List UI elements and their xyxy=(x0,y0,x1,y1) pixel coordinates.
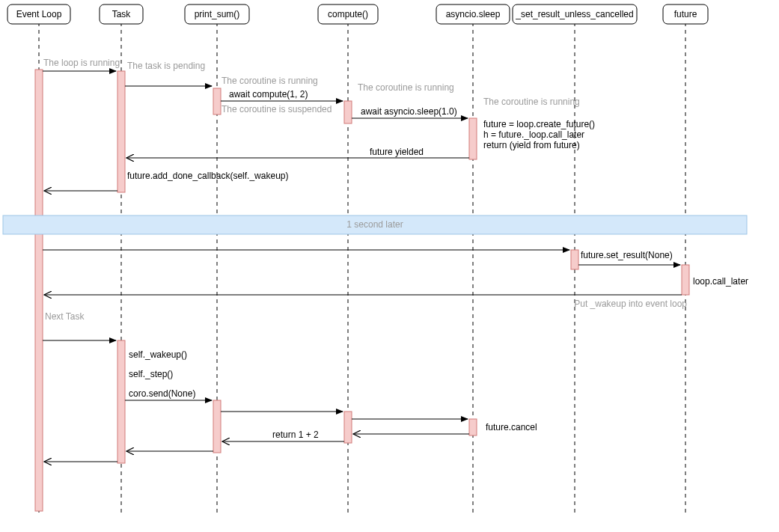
activation-asyncio-sleep-1 xyxy=(469,118,477,159)
msg-text-call-later-h: h = future._loop.call_later xyxy=(483,129,584,140)
svg-text:compute(): compute() xyxy=(328,9,368,19)
activation-compute-1 xyxy=(344,101,352,123)
svg-text:Event Loop: Event Loop xyxy=(16,9,62,19)
msg-text-coro-send: coro.send(None) xyxy=(129,388,195,399)
activation-set-result xyxy=(571,250,578,269)
activation-asyncio-sleep-2 xyxy=(469,419,477,435)
note-loop-running: The loop is running xyxy=(43,58,120,68)
activation-task-1 xyxy=(117,71,125,192)
note-task-pending: The task is pending xyxy=(127,61,205,71)
note-coro-running-3: The coroutine is running xyxy=(483,97,580,107)
participant-event-loop: Event Loop xyxy=(7,4,70,24)
svg-text:print_sum(): print_sum() xyxy=(195,9,240,19)
msg-text-yield-from: return (yield from future) xyxy=(483,140,580,150)
activation-event-loop-1 xyxy=(35,70,43,511)
activation-task-2 xyxy=(117,340,125,463)
note-coro-suspended: The coroutine is suspended xyxy=(222,104,332,114)
activation-compute-2 xyxy=(344,412,352,443)
msg-text-create-future: future = loop.create_future() xyxy=(483,119,595,129)
msg-text-loop-call-later: loop.call_later xyxy=(693,276,748,287)
activation-future xyxy=(682,265,689,295)
participant-task: Task xyxy=(100,4,143,24)
msg-text-set-result: future.set_result(None) xyxy=(581,250,673,260)
participant-asyncio-sleep: asyncio.sleep xyxy=(436,4,510,24)
svg-text:future: future xyxy=(674,9,697,19)
note-next-task: Next Task xyxy=(45,311,85,322)
msg-text-self-step: self._step() xyxy=(129,369,173,379)
msg-text-self-wakeup: self._wakeup() xyxy=(129,349,187,360)
svg-text:asyncio.sleep: asyncio.sleep xyxy=(446,9,501,19)
note-coro-running-1: The coroutine is running xyxy=(222,76,318,86)
sequence-diagram: 1 second later Event Loop Task print_sum… xyxy=(0,0,779,532)
participant-set-result: _set_result_unless_cancelled xyxy=(513,4,637,24)
svg-text:Task: Task xyxy=(112,9,132,19)
participant-future: future xyxy=(663,4,708,24)
msg-text-future-yielded: future yielded xyxy=(370,147,424,157)
participant-print-sum: print_sum() xyxy=(185,4,249,24)
note-coro-running-2: The coroutine is running xyxy=(358,82,454,93)
msg-text-await-compute: await compute(1, 2) xyxy=(229,89,308,100)
participant-compute: compute() xyxy=(318,4,378,24)
msg-text-add-done-cb: future.add_done_callback(self._wakeup) xyxy=(127,171,288,181)
note-put-wakeup: Put _wakeup into event loop xyxy=(574,299,687,309)
activation-print-sum-2 xyxy=(213,400,221,453)
activation-print-sum-1 xyxy=(213,88,221,114)
svg-text:_set_result_unless_cancelled: _set_result_unless_cancelled xyxy=(515,9,633,19)
msg-text-future-cancel: future.cancel xyxy=(486,422,537,432)
msg-text-await-sleep: await asyncio.sleep(1.0) xyxy=(361,106,457,117)
msg-text-return-1-2: return 1 + 2 xyxy=(272,429,319,440)
divider-label: 1 second later xyxy=(346,219,403,230)
